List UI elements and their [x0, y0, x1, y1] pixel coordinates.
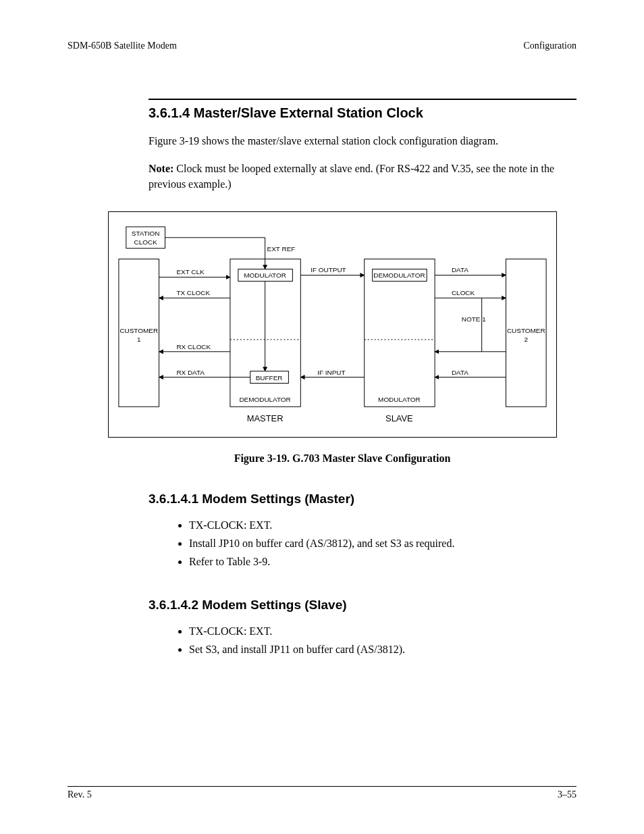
customer2-label-b: 2 — [525, 335, 529, 342]
modulator-bot-label: MODULATOR — [378, 396, 421, 403]
data-top-label: DATA — [452, 266, 468, 273]
customer2-label-a: CUSTOMER — [507, 326, 545, 334]
ext-clk-label: EXT CLK — [176, 268, 205, 276]
main-content: 3.6.1.4 Master/Slave External Station Cl… — [149, 105, 576, 192]
data-bot-label: DATA — [452, 368, 468, 375]
note-paragraph: Note: Clock must be looped externally at… — [149, 161, 576, 192]
section-heading: 3.6.1.4 Master/Slave External Station Cl… — [149, 105, 576, 121]
header-right: Configuration — [523, 41, 576, 51]
tx-clock-label: TX CLOCK — [176, 289, 210, 296]
modulator-label: MODULATOR — [244, 271, 286, 279]
clock-label: CLOCK — [452, 289, 475, 296]
customer1-label-b: 1 — [137, 335, 141, 342]
rx-data-label: RX DATA — [176, 368, 205, 375]
station-clock-label-2: CLOCK — [134, 238, 158, 245]
buffer-label: BUFFER — [256, 373, 283, 381]
list-item: Install JP10 on buffer card (AS/3812), a… — [189, 534, 576, 552]
section-rule — [149, 99, 576, 100]
ext-ref-label: EXT REF — [267, 244, 296, 252]
list-item: Refer to Table 3-9. — [189, 552, 576, 571]
footer-left: Rev. 5 — [68, 789, 92, 800]
station-clock-label-1: STATION — [132, 229, 160, 236]
sub2-heading: 3.6.1.4.2 Modem Settings (Slave) — [149, 598, 576, 613]
list-item: TX-CLOCK: EXT. — [189, 622, 576, 640]
sub2-list: TX-CLOCK: EXT. Set S3, and install JP11 … — [189, 622, 576, 658]
slave-label: SLAVE — [385, 413, 413, 423]
customer1-label-a: CUSTOMER — [119, 326, 158, 334]
figure-diagram: STATION CLOCK CUSTOMER 1 CUSTOMER 2 MODU… — [108, 211, 557, 438]
rx-clock-label: RX CLOCK — [176, 342, 211, 350]
note-text: Clock must be looped externally at slave… — [149, 163, 554, 190]
footer-right: 3–55 — [558, 789, 576, 800]
demodulator-top-label: DEMODULATOR — [373, 271, 425, 279]
note1-label: NOTE 1 — [462, 315, 486, 323]
list-item: Set S3, and install JP11 on buffer card … — [189, 640, 576, 658]
page-header: SDM-650B Satellite Modem Configuration — [68, 41, 576, 51]
master-label: MASTER — [247, 413, 284, 423]
header-left: SDM-650B Satellite Modem — [68, 41, 177, 51]
figure-container: STATION CLOCK CUSTOMER 1 CUSTOMER 2 MODU… — [108, 211, 576, 438]
demodulator-bot-label: DEMODULATOR — [239, 396, 290, 403]
sub1-list: TX-CLOCK: EXT. Install JP10 on buffer ca… — [189, 516, 576, 571]
intro-paragraph: Figure 3-19 shows the master/slave exter… — [149, 133, 576, 149]
list-item: TX-CLOCK: EXT. — [189, 516, 576, 534]
footer-rule — [68, 786, 576, 787]
page-footer: Rev. 5 3–55 — [68, 786, 576, 800]
subsections: 3.6.1.4.1 Modem Settings (Master) TX-CLO… — [149, 492, 576, 659]
if-output-label: IF OUTPUT — [311, 266, 346, 273]
sub1-heading: 3.6.1.4.1 Modem Settings (Master) — [149, 492, 576, 506]
note-label: Note: — [149, 163, 173, 174]
if-input-label: IF INPUT — [317, 368, 345, 375]
figure-caption: Figure 3-19. G.703 Master Slave Configur… — [108, 452, 576, 465]
